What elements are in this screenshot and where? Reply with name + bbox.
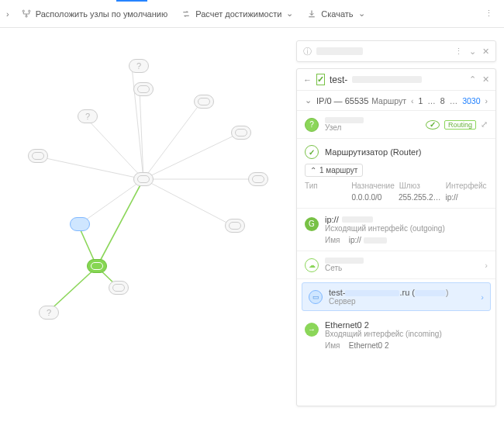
help-icon[interactable]: ⓘ (303, 46, 312, 57)
graph-node[interactable] (194, 95, 214, 109)
val-if: ip:// (446, 193, 488, 202)
node-name-blur (325, 117, 364, 123)
collapse-icon[interactable]: ⌄ (469, 47, 476, 57)
reachability-label: Расчет достижимости (195, 9, 281, 19)
active-tab-underline (116, 0, 147, 2)
prev-route[interactable]: ‹ (411, 96, 414, 105)
svg-line-6 (143, 133, 240, 179)
route-page-1[interactable]: 1 (418, 96, 423, 105)
check-icon (305, 145, 319, 159)
graph-node-router[interactable] (87, 259, 107, 273)
outgoing-title: ip:// (325, 215, 339, 224)
detail-panel: ← test- ⌃ ✕ ⌄ IP/0 — 65535 Маршрут ‹ 1 …… (296, 68, 496, 406)
chevron-down-icon: ⌄ (358, 9, 365, 19)
kebab-icon[interactable]: ⋮ (480, 5, 498, 22)
panel-header: ← test- ⌃ ✕ (297, 69, 495, 91)
col-gw: Шлюз (399, 181, 441, 190)
node-section: ? Узел Routing ⤢ (297, 111, 495, 139)
graph-node[interactable] (248, 172, 268, 186)
download-icon (307, 9, 316, 19)
panel-body: ? Узел Routing ⤢ Маршрутизатор (Router) … (297, 111, 495, 406)
expand-icon[interactable]: ⤢ (481, 119, 488, 130)
chevron-right-icon[interactable]: › (6, 9, 9, 19)
graph-node[interactable] (78, 109, 98, 123)
chevron-down-icon: ⌄ (286, 9, 293, 19)
chevron-icon[interactable]: › (481, 292, 484, 302)
server-host-blur2 (415, 290, 446, 296)
server-section[interactable]: test-.ru () Сервер › (302, 282, 491, 311)
kebab-icon[interactable]: ⋮ (454, 47, 463, 57)
net-sub: Сеть (325, 264, 364, 272)
graph-node[interactable] (225, 219, 245, 233)
routing-badge: Routing (444, 120, 476, 130)
outgoing-sub: Исходящий интерфейс (outgoing) (325, 224, 445, 233)
summary-panel: ⓘ ⋮ ⌄ ✕ (296, 40, 496, 62)
svg-line-12 (97, 179, 143, 267)
chevron-icon[interactable]: › (485, 261, 488, 270)
node-sub: Узел (325, 123, 364, 132)
incoming-sub: Входящий интерфейс (incoming) (325, 330, 442, 338)
back-icon[interactable]: ← (303, 75, 312, 85)
outgoing-section: ip:// Исходящий интерфейс (outgoing) Имя… (297, 209, 495, 251)
gateway-icon (305, 217, 319, 231)
val-type (305, 193, 347, 202)
chevron-down-icon[interactable]: ⌄ (305, 95, 312, 105)
field-key: Имя (325, 341, 347, 350)
server-prefix: test- (329, 288, 345, 297)
route-pager: Маршрут ‹ 1 … 8 … 3030 › (371, 96, 488, 105)
server-host-blur (345, 290, 399, 296)
routes-toggle[interactable]: ⌃ 1 маршрут (305, 164, 363, 177)
route-page-8[interactable]: 8 (440, 96, 445, 105)
col-if: Интерфейс (446, 181, 488, 190)
panel-subheader: ⌄ IP/0 — 65535 Маршрут ‹ 1 … 8 … 3030 › (297, 91, 495, 111)
graph-node[interactable] (39, 306, 59, 320)
graph-node[interactable] (28, 149, 48, 163)
field-key: Имя (325, 236, 347, 244)
expand-icon[interactable]: ⌃ (469, 74, 476, 85)
close-icon[interactable]: ✕ (482, 74, 489, 85)
net-title-blur (325, 258, 364, 264)
arrow-icon (305, 323, 319, 337)
field-val: ip:// (349, 236, 361, 244)
server-close-paren: ) (446, 289, 448, 297)
close-icon[interactable]: ✕ (482, 47, 489, 57)
network-section: Сеть › (297, 251, 495, 279)
outgoing-val-blur (364, 237, 387, 244)
node-icon: ? (305, 118, 319, 132)
svg-line-3 (85, 117, 143, 179)
svg-line-8 (143, 179, 233, 226)
layout-label: Расположить узлы по умолчанию (36, 9, 168, 19)
graph-node[interactable] (129, 59, 149, 73)
graph-node[interactable] (133, 82, 154, 96)
col-dest: Назначение (351, 181, 395, 190)
svg-line-10 (35, 156, 143, 179)
graph-node-server[interactable] (70, 217, 90, 231)
panel-title: test- (330, 74, 347, 85)
graph-node-center[interactable] (133, 172, 154, 186)
svg-line-5 (143, 102, 202, 179)
val-dest: 0.0.0.0/0 (352, 193, 395, 202)
ip-range: IP/0 — 65535 (316, 96, 368, 105)
download-button[interactable]: Скачать ⌄ (306, 5, 366, 22)
cloud-icon (305, 258, 319, 272)
server-suffix: .ru ( (399, 288, 415, 297)
next-route[interactable]: › (485, 96, 488, 105)
graph-node[interactable] (231, 126, 251, 140)
field-val: Ethernet0 2 (349, 341, 389, 350)
graph-node[interactable] (109, 281, 129, 295)
reachability-button[interactable]: Расчет достижимости ⌄ (180, 5, 295, 22)
chevron-up-icon: ⌃ (310, 166, 316, 175)
route-sep: … (427, 96, 436, 105)
layout-button[interactable]: Расположить узлы по умолчанию (20, 6, 170, 22)
router-section: Маршрутизатор (Router) ⌃ 1 маршрут Тип Н… (297, 139, 495, 209)
title-blur (352, 76, 422, 83)
val-gw: 255.255.2… (399, 193, 441, 202)
svg-line-4 (140, 90, 143, 179)
swap-icon (181, 9, 191, 19)
outgoing-blur (342, 216, 373, 223)
route-total[interactable]: 3030 (462, 96, 480, 105)
routes-table: Тип Назначение Шлюз Интерфейс 0.0.0.0/0 … (305, 181, 488, 202)
server-sub: Сервер (329, 297, 448, 306)
router-title: Маршрутизатор (Router) (325, 147, 422, 157)
route-label: Маршрут (371, 96, 406, 105)
